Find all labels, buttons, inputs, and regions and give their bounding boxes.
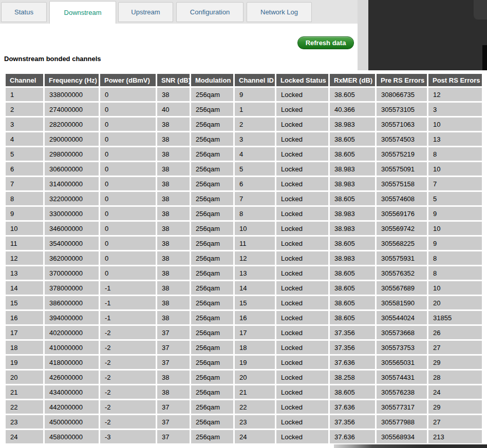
table-cell: 20: [6, 371, 43, 384]
table-cell: 290000000: [45, 132, 99, 146]
table-row: 23450000000-237256qam23Locked37.35630557…: [6, 415, 482, 428]
table-cell: Locked: [276, 371, 328, 384]
table-cell: 37.356: [330, 415, 375, 428]
table-cell: 12: [428, 88, 482, 101]
table-cell: 282000000: [45, 118, 99, 131]
table-cell: 11: [6, 237, 43, 250]
table-cell: 256qam: [191, 371, 233, 384]
tab-configuration[interactable]: Configuration: [176, 2, 244, 22]
table-cell: Locked: [276, 385, 328, 399]
table-cell: 1: [235, 103, 275, 116]
table-cell: 305576238: [377, 385, 427, 399]
table-cell: 38.605: [330, 385, 375, 399]
table-cell: 37: [157, 326, 190, 339]
table-cell: 256qam: [191, 162, 233, 176]
table-cell: 5: [235, 162, 275, 176]
table-cell: 38.605: [330, 147, 375, 161]
table-cell: 38: [157, 371, 190, 384]
table-cell: 38: [157, 88, 190, 101]
table-cell: 305573105: [377, 103, 427, 116]
table-cell: 16: [6, 311, 43, 324]
table-cell: -2: [100, 326, 156, 339]
table-cell: 7: [6, 177, 43, 190]
table-cell: 305575091: [377, 162, 427, 176]
table-cell: 9: [235, 88, 275, 101]
table-row: 4290000000038256qam3Locked38.60530557450…: [6, 132, 482, 146]
table-cell: 8: [428, 251, 482, 265]
table-cell: 37: [157, 356, 190, 369]
tab-status[interactable]: Status: [1, 2, 47, 22]
table-cell: 38: [157, 237, 190, 250]
table-cell: 5: [428, 192, 482, 205]
table-cell: 0: [100, 237, 156, 250]
tab-strip: StatusDownstreamUpstreamConfigurationNet…: [0, 0, 358, 24]
table-cell: 256qam: [191, 118, 233, 131]
tab-upstream[interactable]: Upstream: [118, 2, 173, 22]
table-cell: 256qam: [191, 192, 233, 205]
table-cell: 370000000: [45, 266, 99, 280]
table-cell: 26: [428, 326, 482, 339]
table-cell: 3: [428, 103, 482, 116]
table-cell: 38: [157, 162, 190, 176]
table-cell: 386000000: [45, 296, 99, 309]
table-cell: Locked: [276, 147, 328, 161]
table-cell: 38.258: [330, 371, 375, 384]
table-cell: 40.366: [330, 103, 375, 116]
table-cell: 38: [157, 207, 190, 220]
table-cell: 38: [157, 385, 190, 399]
table-cell: 38: [157, 281, 190, 295]
table-cell: 10: [235, 222, 275, 235]
tab-network-log[interactable]: Network Log: [247, 2, 312, 22]
table-cell: 23: [235, 415, 275, 428]
table-cell: 38.983: [330, 118, 375, 131]
table-cell: 0: [100, 222, 156, 235]
table-cell: 24: [428, 385, 482, 399]
table-cell: 6: [6, 162, 43, 176]
table-cell: 3: [6, 118, 43, 131]
table-row: 22442000000-237256qam22Locked37.63630557…: [6, 400, 482, 414]
table-cell: 305565031: [377, 356, 427, 369]
table-cell: 9: [428, 237, 482, 250]
table-cell: 11: [235, 237, 275, 250]
column-header-pre-rs-errors: Pre RS Errors: [377, 74, 427, 86]
table-cell: 37: [157, 415, 190, 428]
table-row: 5298000000038256qam4Locked38.60530557521…: [6, 147, 482, 161]
table-cell: 305574431: [377, 371, 427, 384]
table-cell: 38: [157, 132, 190, 146]
table-cell: -1: [100, 311, 156, 324]
table-cell: Locked: [276, 207, 328, 220]
table-cell: 21: [6, 385, 43, 399]
table-cell: 256qam: [191, 266, 233, 280]
table-cell: 38.605: [330, 192, 375, 205]
table-cell: 0: [100, 266, 156, 280]
table-cell: Locked: [276, 177, 328, 190]
table-row: 17402000000-237256qam17Locked37.35630557…: [6, 326, 482, 339]
table-cell: 19: [6, 356, 43, 369]
table-cell: Locked: [276, 356, 328, 369]
external-window-corner: [474, 0, 487, 20]
table-cell: -1: [100, 281, 156, 295]
table-cell: 256qam: [191, 326, 233, 339]
table-cell: 37: [157, 400, 190, 414]
table-cell: 13: [428, 132, 482, 146]
section-title: Downstream bonded channels: [4, 55, 101, 63]
table-cell: 24: [6, 430, 43, 443]
table-cell: 322000000: [45, 192, 99, 205]
table-cell: 38.983: [330, 222, 375, 235]
table-cell: 305567689: [377, 281, 427, 295]
tab-downstream[interactable]: Downstream: [49, 1, 116, 24]
table-cell: 256qam: [191, 103, 233, 116]
table-cell: Locked: [276, 326, 328, 339]
table-cell: 298000000: [45, 147, 99, 161]
table-cell: 0: [100, 162, 156, 176]
table-cell: 15: [6, 296, 43, 309]
table-cell: 305569742: [377, 222, 427, 235]
table-cell: Locked: [276, 266, 328, 280]
table-cell: Locked: [276, 237, 328, 250]
table-cell: Locked: [276, 430, 328, 443]
table-cell: 0: [100, 103, 156, 116]
refresh-data-button[interactable]: Refresh data: [297, 36, 354, 49]
table-cell: -2: [100, 341, 156, 354]
external-window-bottom-strip: [334, 444, 487, 448]
table-cell: 256qam: [191, 296, 233, 309]
